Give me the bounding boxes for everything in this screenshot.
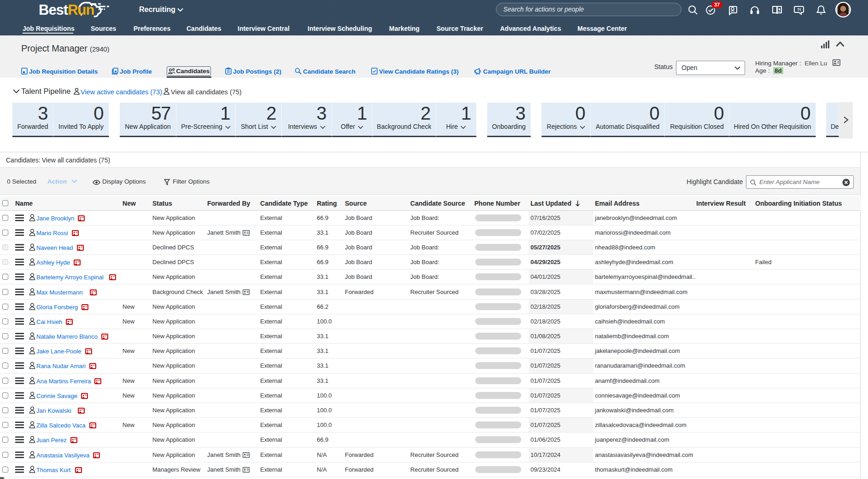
svg-text:?!: ?! xyxy=(797,7,801,12)
